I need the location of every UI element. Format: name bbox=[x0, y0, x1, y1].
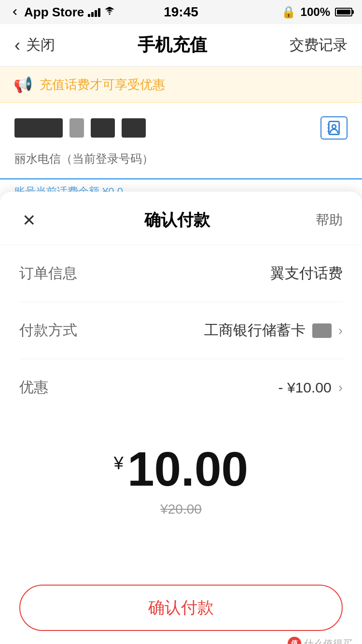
chevron-right-icon: › bbox=[338, 323, 343, 338]
close-button[interactable]: 关闭 bbox=[26, 35, 55, 55]
speaker-icon: 📢 bbox=[14, 75, 33, 94]
app-name: App Store bbox=[24, 5, 84, 20]
back-chevron-icon bbox=[10, 7, 20, 17]
background-app: ‹ 关闭 手机充值 交费记录 📢 充值话费才可享受优惠 bbox=[0, 24, 362, 192]
confirm-section: 确认付款 bbox=[0, 570, 362, 644]
status-bar-left: App Store bbox=[10, 5, 115, 20]
discount-amount: - ¥10.00 bbox=[278, 379, 332, 396]
signal-icon bbox=[88, 7, 100, 17]
amount-currency: ¥ bbox=[114, 453, 124, 474]
watermark: 值 什么值得买 bbox=[288, 637, 352, 644]
order-info-label: 订单信息 bbox=[19, 264, 77, 283]
amount-main: ¥ 10.00 bbox=[19, 445, 343, 493]
bank-name: 工商银行储蓄卡 bbox=[204, 321, 306, 340]
nav-left: ‹ 关闭 bbox=[14, 35, 55, 55]
battery-icon bbox=[335, 8, 352, 16]
amount-section: ¥ 10.00 ¥20.00 bbox=[0, 416, 362, 536]
lock-icon: 🔒 bbox=[281, 5, 296, 19]
phone-block-space bbox=[70, 118, 84, 138]
discount-row[interactable]: 优惠 - ¥10.00 › bbox=[19, 359, 343, 416]
payment-rows: 订单信息 翼支付话费 付款方式 工商银行储蓄卡 › 优惠 - ¥10.00 › bbox=[0, 245, 362, 416]
contact-book-icon[interactable] bbox=[320, 116, 348, 140]
battery-percent: 100% bbox=[301, 5, 330, 19]
discount-label: 优惠 bbox=[19, 378, 48, 397]
order-info-row: 订单信息 翼支付话费 bbox=[19, 245, 343, 302]
history-button[interactable]: 交费记录 bbox=[290, 35, 348, 55]
phone-number-blocks bbox=[14, 118, 146, 138]
scroll-hint: 账号当前话费余额 ¥0.0... bbox=[0, 178, 362, 192]
status-bar: App Store 19:45 🔒 100% bbox=[0, 0, 362, 24]
original-amount: ¥20.00 bbox=[19, 502, 343, 517]
modal-header: ✕ 确认付款 帮助 bbox=[0, 192, 362, 245]
status-time: 19:45 bbox=[164, 4, 198, 20]
notice-text: 充值话费才可享受优惠 bbox=[40, 76, 165, 93]
phone-display bbox=[0, 103, 362, 149]
phone-block-1 bbox=[14, 118, 63, 138]
operator-label: 丽水电信（当前登录号码） bbox=[0, 149, 362, 178]
svg-point-0 bbox=[109, 14, 111, 15]
order-info-value: 翼支付话费 bbox=[270, 264, 343, 283]
modal-close-button[interactable]: ✕ bbox=[19, 210, 39, 230]
status-bar-right: 🔒 100% bbox=[281, 5, 352, 19]
phone-block-2 bbox=[91, 118, 115, 138]
notice-bar: 📢 充值话费才可享受优惠 bbox=[0, 67, 362, 103]
payment-method-label: 付款方式 bbox=[19, 321, 77, 340]
discount-chevron-icon: › bbox=[338, 380, 343, 395]
watermark-icon: 值 bbox=[288, 637, 301, 644]
bank-card-icon bbox=[312, 323, 332, 338]
back-arrow-icon[interactable]: ‹ bbox=[14, 37, 20, 54]
modal-title: 确认付款 bbox=[144, 209, 210, 231]
watermark-text: 什么值得买 bbox=[304, 637, 352, 644]
amount-number: 10.00 bbox=[127, 445, 248, 493]
modal-help-button[interactable]: 帮助 bbox=[316, 211, 343, 229]
top-nav: ‹ 关闭 手机充值 交费记录 bbox=[0, 24, 362, 67]
payment-modal: ✕ 确认付款 帮助 订单信息 翼支付话费 付款方式 工商银行储蓄卡 › bbox=[0, 192, 362, 644]
page-title: 手机充值 bbox=[138, 33, 207, 57]
payment-method-value: 工商银行储蓄卡 › bbox=[204, 321, 343, 340]
original-amount-text: ¥20.00 bbox=[160, 502, 202, 517]
payment-method-row[interactable]: 付款方式 工商银行储蓄卡 › bbox=[19, 302, 343, 359]
discount-value-container: - ¥10.00 › bbox=[278, 379, 343, 396]
phone-block-3 bbox=[122, 118, 146, 138]
wifi-icon bbox=[104, 5, 115, 20]
confirm-pay-button[interactable]: 确认付款 bbox=[19, 585, 343, 631]
svg-point-2 bbox=[332, 125, 336, 128]
